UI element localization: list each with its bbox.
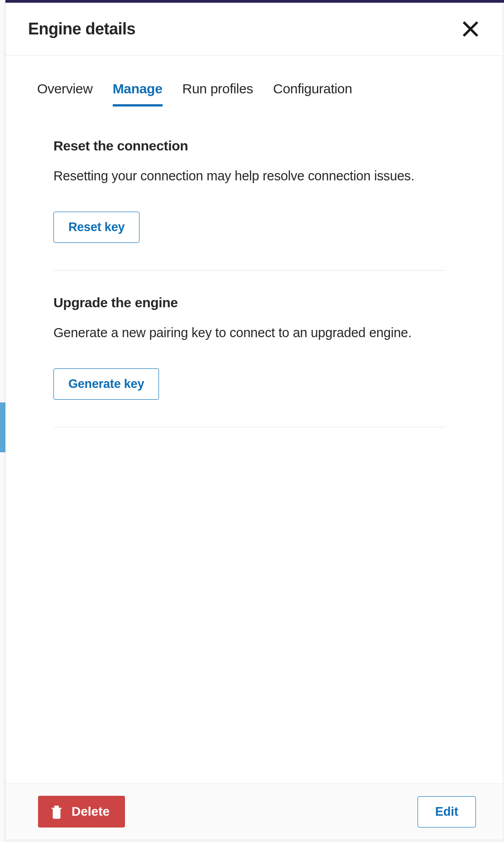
delete-button-label: Delete [72,804,110,819]
panel-body: Overview Manage Run profiles Configurati… [5,56,502,784]
tab-manage[interactable]: Manage [113,76,163,106]
engine-details-panel: Engine details Overview Manage Run profi… [5,3,502,839]
tab-content: Reset the connection Resetting your conn… [5,106,499,445]
generate-key-button[interactable]: Generate key [53,368,159,400]
section-desc-reset: Resetting your connection may help resol… [53,166,445,185]
tab-overview[interactable]: Overview [37,76,93,106]
delete-button[interactable]: Delete [38,796,125,827]
panel-footer: Delete Edit [5,784,502,839]
panel-header: Engine details [5,3,502,56]
trash-icon [50,804,63,819]
panel-title: Engine details [28,19,135,39]
edit-button[interactable]: Edit [418,796,476,827]
reset-key-button[interactable]: Reset key [53,212,139,243]
tabs: Overview Manage Run profiles Configurati… [5,56,499,106]
section-desc-upgrade: Generate a new pairing key to connect to… [53,323,445,342]
section-reset-connection: Reset the connection Resetting your conn… [53,138,445,271]
tab-run-profiles[interactable]: Run profiles [182,76,253,106]
section-title-upgrade: Upgrade the engine [53,295,445,310]
section-title-reset: Reset the connection [53,138,445,154]
close-button[interactable] [460,18,481,40]
close-icon [461,20,480,38]
scroll-spacer [5,445,499,784]
tab-configuration[interactable]: Configuration [273,76,352,106]
section-upgrade-engine: Upgrade the engine Generate a new pairin… [53,295,445,427]
background-selection-indicator [0,402,5,452]
scroll-area[interactable]: Overview Manage Run profiles Configurati… [5,56,502,784]
